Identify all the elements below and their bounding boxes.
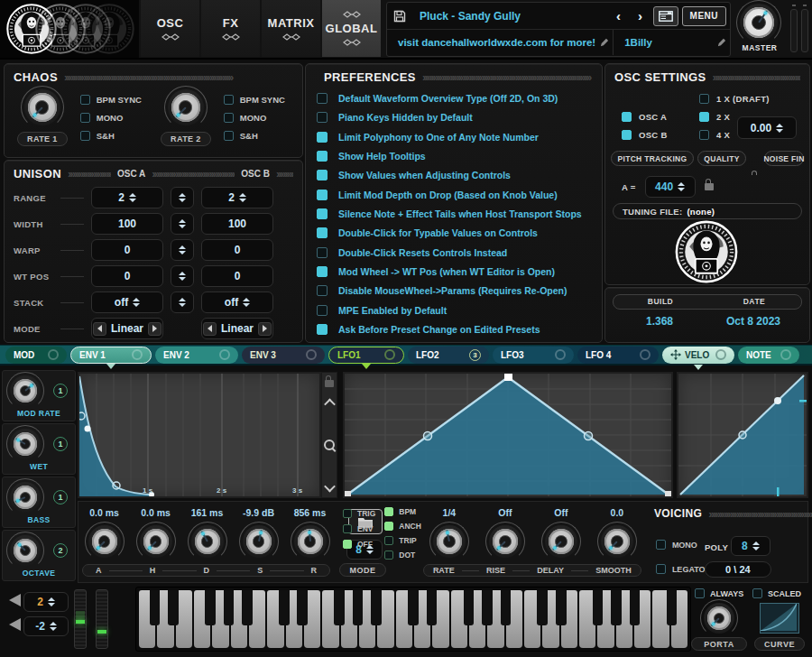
macro-knob[interactable]: [10, 375, 41, 406]
black-key[interactable]: [150, 590, 161, 625]
black-key[interactable]: [353, 590, 364, 625]
preference-checkbox[interactable]: [317, 266, 328, 277]
preference-item-2[interactable]: Limit Polyphony to One of Any Note Numbe…: [317, 132, 595, 143]
preference-item-5[interactable]: Limit Mod Depth on Drop (Based on Knob V…: [317, 190, 595, 200]
tuning-file-row[interactable]: TUNING FILE: (none): [613, 203, 802, 219]
chaos-check-mono[interactable]: MONO: [80, 113, 142, 123]
bend-down-stepper[interactable]: -2: [23, 616, 69, 636]
checkbox[interactable]: [343, 509, 352, 518]
preference-item-11[interactable]: MPE Enabled by Default: [317, 305, 595, 316]
right-arrow-button[interactable]: [258, 322, 272, 336]
lfo-delay-knob[interactable]: [545, 525, 577, 558]
noise-fin-button[interactable]: NOISE FIN: [764, 151, 804, 166]
mod-amount-ring[interactable]: [132, 349, 143, 360]
macro-knob[interactable]: [10, 482, 41, 513]
always-checkbox[interactable]: [695, 588, 705, 598]
black-key[interactable]: [168, 590, 179, 625]
lfo-sync-anch[interactable]: ANCH: [384, 522, 421, 531]
env-scroll-up-button[interactable]: [322, 393, 337, 412]
unison-wt pos-field[interactable]: 0: [201, 265, 273, 287]
black-key[interactable]: [224, 590, 235, 625]
macro-knob[interactable]: [10, 429, 41, 459]
lfo-sync-trip[interactable]: TRIP: [384, 536, 421, 545]
tab-global[interactable]: GLOBAL: [322, 0, 381, 57]
checkbox[interactable]: [384, 551, 393, 560]
legato-checkbox[interactable]: [656, 564, 666, 574]
envelope-lock-icon[interactable]: [325, 380, 334, 387]
unison-link-stepper[interactable]: [171, 265, 194, 287]
chaos-rate-1-knob[interactable]: [24, 89, 60, 125]
left-arrow-button[interactable]: [93, 322, 106, 336]
4x-checkbox[interactable]: [699, 130, 709, 140]
lfo-sync-bpm[interactable]: BPM: [384, 507, 421, 516]
mod-tab-lfo1[interactable]: LFO1: [328, 347, 404, 364]
osc-b-option[interactable]: OSC B: [622, 130, 668, 140]
env-d-knob[interactable]: [191, 525, 224, 558]
black-key[interactable]: [537, 590, 548, 625]
pitch-wheel-slider[interactable]: [74, 589, 87, 649]
unison-warp-field[interactable]: 0: [201, 239, 273, 261]
a440-stepper[interactable]: 440: [645, 176, 696, 198]
oversample-4x-option[interactable]: 4 X: [699, 130, 730, 140]
unison-warp-field[interactable]: 0: [91, 239, 163, 261]
osc-a-checkbox[interactable]: [622, 112, 632, 122]
mod-tab-env2[interactable]: ENV 2: [155, 347, 238, 364]
unison-stack-field[interactable]: off: [201, 291, 273, 313]
preference-item-4[interactable]: Show Values when Adjusting Controls: [317, 170, 595, 180]
black-key[interactable]: [242, 590, 253, 625]
preset-info-text[interactable]: visit dancehallworldwxde.com for more!: [391, 37, 595, 48]
mod-tab-lfo2[interactable]: LFO23: [408, 347, 489, 364]
preference-item-0[interactable]: Default Waveform Overview Type (Off 2D, …: [317, 93, 595, 104]
checkbox[interactable]: [80, 131, 90, 141]
porta-curve-display[interactable]: [760, 603, 799, 634]
mod-amount-ring[interactable]: [219, 349, 230, 360]
black-key[interactable]: [611, 590, 622, 625]
env-s-knob[interactable]: [243, 525, 275, 558]
env-r-knob[interactable]: [294, 525, 327, 558]
mod-tab-env1[interactable]: ENV 1: [70, 347, 152, 364]
chaos-check-bpm-sync[interactable]: BPM SYNC: [224, 95, 285, 105]
black-key[interactable]: [279, 590, 290, 625]
mono-checkbox[interactable]: [656, 540, 666, 550]
checkbox[interactable]: [384, 522, 393, 531]
checkbox[interactable]: [80, 95, 90, 105]
preference-item-8[interactable]: Double-Click Resets Controls Instead: [317, 247, 595, 258]
1x-checkbox[interactable]: [699, 94, 709, 104]
lfo-smooth-knob[interactable]: [601, 525, 633, 558]
poly-stepper[interactable]: 8: [731, 536, 770, 556]
preference-item-9[interactable]: Mod Wheel -> WT Pos (when WT Editor is O…: [317, 266, 595, 277]
black-key[interactable]: [501, 590, 512, 625]
mod-amount-ring[interactable]: [555, 349, 566, 360]
pitch-tracking-button[interactable]: PITCH TRACKING: [611, 151, 694, 166]
tab-fx[interactable]: FX: [201, 0, 260, 57]
preference-checkbox[interactable]: [317, 170, 328, 180]
env-h-knob[interactable]: [140, 525, 172, 558]
edit-info-pencil-icon[interactable]: [599, 37, 609, 48]
oversample-1x-option[interactable]: 1 X (DRAFT): [699, 94, 770, 104]
black-key[interactable]: [408, 590, 419, 625]
unison-range-field[interactable]: 2: [201, 187, 273, 208]
mono-option[interactable]: MONO: [656, 540, 697, 550]
black-key[interactable]: [464, 590, 475, 625]
menu-button[interactable]: MENU: [682, 6, 726, 26]
lfo-rise-knob[interactable]: [489, 525, 521, 558]
unison-width-field[interactable]: 100: [201, 213, 273, 235]
preference-item-3[interactable]: Show Help Tooltips: [317, 151, 595, 162]
unison-mode-field[interactable]: Linear: [201, 318, 273, 339]
unison-link-stepper[interactable]: [171, 187, 194, 208]
preference-item-10[interactable]: Disable MouseWheel->Params (Requires Re-…: [317, 285, 595, 296]
unison-range-field[interactable]: 2: [91, 187, 163, 208]
mod-tab-mod[interactable]: MOD: [5, 347, 67, 364]
black-key[interactable]: [482, 590, 493, 625]
mod-tab-lfo4[interactable]: LFO 4: [577, 347, 659, 364]
preference-checkbox[interactable]: [317, 190, 328, 200]
mod-wheel-slider[interactable]: [96, 589, 108, 649]
preference-checkbox[interactable]: [317, 227, 328, 238]
env-a-knob[interactable]: [88, 525, 121, 558]
legato-option[interactable]: LEGATO: [656, 564, 706, 574]
preference-item-7[interactable]: Double-Click for Typable Values on Contr…: [317, 227, 595, 238]
bend-range-display[interactable]: 0 \ 24: [705, 561, 771, 578]
mod-tab-note[interactable]: NOTE: [738, 347, 799, 364]
lfo-graph[interactable]: [343, 372, 673, 498]
left-arrow-button[interactable]: [203, 322, 217, 336]
